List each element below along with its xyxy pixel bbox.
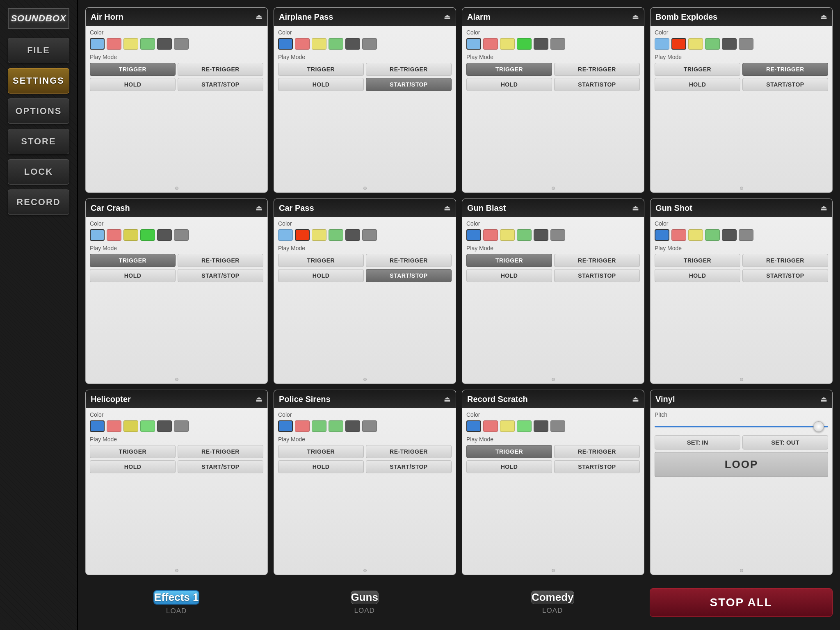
color-swatch[interactable] bbox=[550, 38, 565, 50]
hold-button[interactable]: HOLD bbox=[655, 78, 740, 91]
color-swatch[interactable] bbox=[278, 38, 293, 50]
set-in-button[interactable]: SET: IN bbox=[655, 435, 740, 450]
color-swatch[interactable] bbox=[295, 420, 310, 432]
color-swatch[interactable] bbox=[345, 38, 360, 50]
color-swatch[interactable] bbox=[550, 229, 565, 241]
color-swatch[interactable] bbox=[534, 38, 548, 50]
pitch-slider[interactable] bbox=[655, 420, 828, 433]
color-swatch[interactable] bbox=[739, 38, 753, 50]
set-out-button[interactable]: SET: OUT bbox=[742, 435, 828, 450]
start-stop-button[interactable]: START/STOP bbox=[554, 78, 640, 91]
color-swatch[interactable] bbox=[329, 420, 343, 432]
eject-icon[interactable]: ⏏ bbox=[820, 203, 827, 212]
color-swatch[interactable] bbox=[517, 420, 532, 432]
color-swatch[interactable] bbox=[174, 420, 189, 432]
eject-icon[interactable]: ⏏ bbox=[632, 203, 639, 212]
color-swatch[interactable] bbox=[174, 38, 189, 50]
playlist-button-effects1[interactable]: Effects 1 bbox=[153, 590, 199, 605]
eject-icon[interactable]: ⏏ bbox=[632, 12, 639, 21]
start-stop-button[interactable]: START/STOP bbox=[178, 78, 263, 91]
color-swatch[interactable] bbox=[123, 420, 138, 432]
retrigger-button[interactable]: RE-TRIGGER bbox=[554, 445, 640, 458]
trigger-button[interactable]: TRIGGER bbox=[90, 63, 176, 76]
trigger-button[interactable]: TRIGGER bbox=[278, 445, 364, 458]
color-swatch[interactable] bbox=[483, 229, 498, 241]
retrigger-button[interactable]: RE-TRIGGER bbox=[742, 254, 828, 267]
color-swatch[interactable] bbox=[312, 420, 326, 432]
retrigger-button[interactable]: RE-TRIGGER bbox=[178, 445, 263, 458]
color-swatch[interactable] bbox=[500, 229, 515, 241]
hold-button[interactable]: HOLD bbox=[278, 78, 364, 91]
start-stop-button[interactable]: START/STOP bbox=[742, 78, 828, 91]
color-swatch[interactable] bbox=[500, 420, 515, 432]
color-swatch[interactable] bbox=[739, 229, 753, 241]
sidebar-item-record[interactable]: RECORD bbox=[8, 189, 69, 215]
retrigger-button[interactable]: RE-TRIGGER bbox=[178, 63, 263, 76]
color-swatch[interactable] bbox=[705, 38, 720, 50]
color-swatch[interactable] bbox=[362, 38, 377, 50]
color-swatch[interactable] bbox=[688, 38, 703, 50]
trigger-button[interactable]: TRIGGER bbox=[466, 63, 552, 76]
color-swatch[interactable] bbox=[140, 229, 155, 241]
color-swatch[interactable] bbox=[157, 420, 172, 432]
hold-button[interactable]: HOLD bbox=[90, 460, 176, 473]
color-swatch[interactable] bbox=[550, 420, 565, 432]
color-swatch[interactable] bbox=[312, 229, 326, 241]
trigger-button[interactable]: TRIGGER bbox=[278, 254, 364, 267]
color-swatch[interactable] bbox=[500, 38, 515, 50]
start-stop-button[interactable]: START/STOP bbox=[366, 78, 452, 91]
color-swatch[interactable] bbox=[174, 229, 189, 241]
start-stop-button[interactable]: START/STOP bbox=[554, 269, 640, 282]
color-swatch[interactable] bbox=[517, 38, 532, 50]
start-stop-button[interactable]: START/STOP bbox=[366, 460, 452, 473]
color-swatch[interactable] bbox=[107, 38, 121, 50]
color-swatch[interactable] bbox=[722, 229, 737, 241]
loop-button[interactable]: LOOP bbox=[655, 452, 828, 477]
retrigger-button[interactable]: RE-TRIGGER bbox=[742, 63, 828, 76]
hold-button[interactable]: HOLD bbox=[655, 269, 740, 282]
playlist-button-guns[interactable]: Guns bbox=[351, 591, 379, 604]
start-stop-button[interactable]: START/STOP bbox=[742, 269, 828, 282]
start-stop-button[interactable]: START/STOP bbox=[178, 269, 263, 282]
retrigger-button[interactable]: RE-TRIGGER bbox=[554, 254, 640, 267]
color-swatch[interactable] bbox=[466, 229, 481, 241]
color-swatch[interactable] bbox=[671, 38, 686, 50]
eject-icon[interactable]: ⏏ bbox=[820, 12, 827, 21]
color-swatch[interactable] bbox=[688, 229, 703, 241]
eject-icon[interactable]: ⏏ bbox=[444, 12, 451, 21]
color-swatch[interactable] bbox=[90, 229, 105, 241]
color-swatch[interactable] bbox=[295, 229, 310, 241]
trigger-button[interactable]: TRIGGER bbox=[278, 63, 364, 76]
eject-icon[interactable]: ⏏ bbox=[632, 395, 639, 404]
trigger-button[interactable]: TRIGGER bbox=[90, 254, 176, 267]
color-swatch[interactable] bbox=[466, 420, 481, 432]
color-swatch[interactable] bbox=[157, 38, 172, 50]
color-swatch[interactable] bbox=[123, 38, 138, 50]
playlist-button-comedy[interactable]: Comedy bbox=[531, 591, 574, 604]
color-swatch[interactable] bbox=[278, 420, 293, 432]
trigger-button[interactable]: TRIGGER bbox=[655, 254, 740, 267]
color-swatch[interactable] bbox=[90, 420, 105, 432]
retrigger-button[interactable]: RE-TRIGGER bbox=[366, 254, 452, 267]
start-stop-button[interactable]: START/STOP bbox=[554, 460, 640, 473]
color-swatch[interactable] bbox=[90, 38, 105, 50]
retrigger-button[interactable]: RE-TRIGGER bbox=[366, 63, 452, 76]
color-swatch[interactable] bbox=[312, 38, 326, 50]
color-swatch[interactable] bbox=[107, 420, 121, 432]
sidebar-item-lock[interactable]: LOCK bbox=[8, 159, 69, 185]
sidebar-item-settings[interactable]: SETTINGS bbox=[8, 68, 69, 94]
color-swatch[interactable] bbox=[362, 229, 377, 241]
color-swatch[interactable] bbox=[483, 38, 498, 50]
hold-button[interactable]: HOLD bbox=[90, 78, 176, 91]
eject-icon[interactable]: ⏏ bbox=[256, 395, 262, 404]
hold-button[interactable]: HOLD bbox=[466, 78, 552, 91]
color-swatch[interactable] bbox=[157, 229, 172, 241]
start-stop-button[interactable]: START/STOP bbox=[366, 269, 452, 282]
sidebar-item-file[interactable]: FILE bbox=[8, 38, 69, 63]
color-swatch[interactable] bbox=[345, 420, 360, 432]
trigger-button[interactable]: TRIGGER bbox=[90, 445, 176, 458]
color-swatch[interactable] bbox=[705, 229, 720, 241]
color-swatch[interactable] bbox=[671, 229, 686, 241]
sidebar-item-options[interactable]: OPTIONS bbox=[8, 98, 69, 124]
color-swatch[interactable] bbox=[362, 420, 377, 432]
